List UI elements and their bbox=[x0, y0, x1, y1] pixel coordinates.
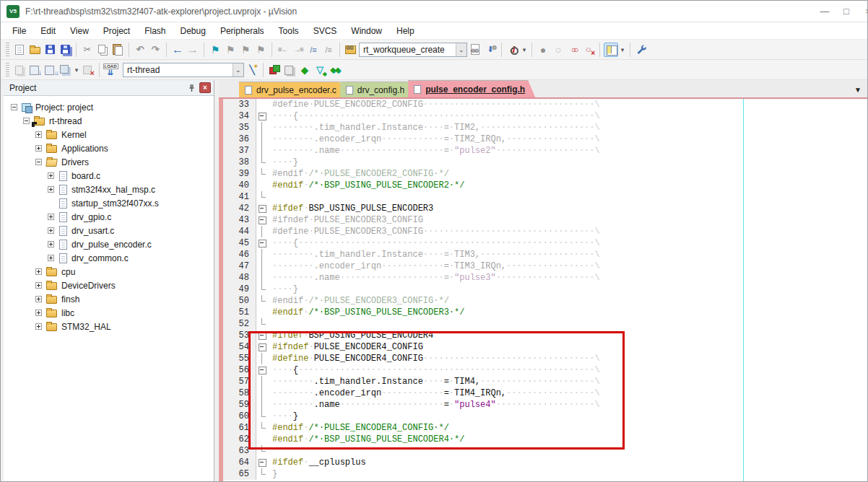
tab-pulse_encoder_config-h[interactable]: pulse_encoder_config.h bbox=[408, 80, 535, 97]
code-line[interactable]: ····} bbox=[269, 284, 867, 295]
fold-collapse-marker[interactable] bbox=[256, 330, 269, 341]
manage-rte-button[interactable] bbox=[328, 63, 342, 77]
project-windows-dropdown-arrow[interactable]: ▾ bbox=[619, 46, 626, 53]
code-line[interactable]: #define·PULSE_ENCODER4_CONFIG···········… bbox=[269, 353, 867, 364]
manage-books-button[interactable] bbox=[282, 63, 297, 77]
copy-button[interactable] bbox=[95, 43, 110, 57]
translate-file-button[interactable] bbox=[12, 63, 27, 77]
expand-icon[interactable] bbox=[35, 131, 42, 138]
disable-all-breakpoints-button[interactable] bbox=[566, 43, 581, 57]
toggle-bookmark-button[interactable] bbox=[208, 43, 222, 57]
find-in-files-button[interactable] bbox=[344, 43, 358, 57]
code-line[interactable]: #define·PULSE_ENCODER2_CONFIG···········… bbox=[269, 99, 867, 110]
code-line[interactable] bbox=[269, 318, 867, 330]
search-combobox[interactable]: ⌄ bbox=[359, 43, 467, 57]
code-line[interactable]: ····} bbox=[269, 157, 867, 168]
fold-collapse-marker[interactable] bbox=[256, 203, 269, 214]
code-line[interactable]: #define·PULSE_ENCODER3_CONFIG···········… bbox=[269, 226, 867, 237]
code-line[interactable]: ········.tim_handler.Instance····=·TIM2,… bbox=[269, 122, 867, 133]
expand-icon[interactable] bbox=[35, 310, 42, 316]
code-line[interactable]: ····{···································… bbox=[269, 110, 867, 122]
code-line[interactable]: ········.name····················=·"puls… bbox=[269, 272, 867, 284]
code-line[interactable]: #endif·/*·PULSE_ENCODER2_CONFIG·*/ bbox=[269, 168, 867, 180]
lookup-dropdown-arrow[interactable]: ▾ bbox=[521, 46, 528, 53]
code-line[interactable]: ····{···································… bbox=[269, 364, 867, 376]
tree-item-rt-thread[interactable]: rt-thread bbox=[4, 114, 214, 128]
next-bookmark-button[interactable] bbox=[238, 43, 253, 57]
fold-collapse-marker[interactable] bbox=[256, 457, 269, 468]
tab-list-dropdown-arrow[interactable]: ▼ bbox=[854, 86, 862, 94]
toolbar-gripper[interactable] bbox=[6, 63, 9, 77]
fold-collapse-marker[interactable] bbox=[256, 364, 269, 376]
select-software-packs-button[interactable] bbox=[298, 63, 312, 77]
expand-icon[interactable] bbox=[48, 255, 54, 261]
tree-item-kernel[interactable]: Kernel bbox=[4, 128, 214, 141]
pack-installer-button[interactable] bbox=[313, 63, 327, 77]
stop-build-button[interactable] bbox=[81, 63, 95, 77]
code-line[interactable]: #ifndef·PULSE_ENCODER4_CONFIG bbox=[269, 341, 867, 353]
expand-icon[interactable] bbox=[48, 172, 54, 179]
prev-bookmark-button[interactable] bbox=[223, 43, 238, 57]
enable-disable-breakpoint-button[interactable] bbox=[551, 43, 565, 57]
fold-collapse-marker[interactable] bbox=[256, 110, 269, 122]
paste-button[interactable] bbox=[110, 43, 125, 57]
code-line[interactable]: #endif·/*·BSP_USING_PULSE_ENCODER2·*/ bbox=[269, 180, 867, 191]
chevron-down-icon[interactable]: ⌄ bbox=[456, 43, 466, 56]
code-line[interactable]: } bbox=[269, 468, 867, 480]
cut-button[interactable] bbox=[80, 43, 95, 57]
clear-bookmarks-button[interactable] bbox=[253, 43, 268, 57]
expand-icon[interactable] bbox=[35, 282, 42, 289]
code-line[interactable]: ········.name····················=·"puls… bbox=[269, 145, 867, 157]
code-line[interactable]: ········.encoder_irqn············=·TIM3_… bbox=[269, 260, 867, 272]
code-line[interactable]: #ifndef·PULSE_ENCODER3_CONFIG bbox=[269, 214, 867, 226]
expand-icon[interactable] bbox=[35, 145, 42, 152]
save-button[interactable] bbox=[43, 43, 57, 57]
code-line[interactable]: ········.encoder_irqn············=·TIM2_… bbox=[269, 133, 867, 145]
menu-window[interactable]: Window bbox=[344, 24, 389, 38]
tree-item-board-c[interactable]: board.c bbox=[4, 169, 214, 183]
build-button[interactable] bbox=[27, 63, 42, 77]
collapse-icon[interactable] bbox=[35, 159, 42, 165]
code-line[interactable]: ····} bbox=[269, 411, 867, 422]
code-line[interactable] bbox=[269, 191, 867, 203]
target-select-input[interactable] bbox=[123, 65, 233, 75]
expand-icon[interactable] bbox=[48, 214, 54, 220]
menu-flash[interactable]: Flash bbox=[137, 24, 173, 38]
open-file-button[interactable] bbox=[27, 43, 42, 57]
kill-all-breakpoints-button[interactable] bbox=[581, 43, 596, 57]
redo-button[interactable] bbox=[148, 43, 162, 57]
fold-collapse-marker[interactable] bbox=[256, 237, 269, 249]
code-line[interactable]: #ifdef·BSP_USING_PULSE_ENCODER4 bbox=[269, 330, 867, 341]
menu-file[interactable]: File bbox=[5, 24, 33, 38]
menu-tools[interactable]: Tools bbox=[272, 24, 306, 38]
code-line[interactable]: ········.encoder_irqn············=·TIM4_… bbox=[269, 387, 867, 399]
code-line[interactable]: ········.name····················=·"puls… bbox=[269, 399, 867, 411]
expand-icon[interactable] bbox=[48, 227, 54, 234]
navigate-forward-button[interactable] bbox=[186, 43, 200, 57]
fold-collapse-marker[interactable] bbox=[256, 341, 269, 353]
menu-help[interactable]: Help bbox=[389, 24, 422, 38]
tree-item-finsh[interactable]: finsh bbox=[4, 292, 214, 306]
download-button[interactable] bbox=[103, 63, 118, 77]
collapse-icon[interactable] bbox=[23, 118, 30, 124]
fold-collapse-marker[interactable] bbox=[256, 214, 269, 226]
maximize-button[interactable]: □ bbox=[836, 3, 857, 20]
code-line[interactable]: #ifdef·__cplusplus bbox=[269, 457, 867, 468]
tree-item-drv-pulse-encoder-c[interactable]: drv_pulse_encoder.c bbox=[4, 237, 214, 251]
expand-icon[interactable] bbox=[35, 268, 42, 275]
batch-build-dropdown-arrow[interactable]: ▾ bbox=[73, 66, 80, 74]
tree-item-drv-usart-c[interactable]: drv_usart.c bbox=[4, 224, 214, 237]
tree-item-stm32f4xx-hal-msp-c[interactable]: stm32f4xx_hal_msp.c bbox=[4, 183, 214, 196]
code-line[interactable]: #endif·/*·BSP_USING_PULSE_ENCODER3·*/ bbox=[269, 307, 867, 318]
tree-item-project-project[interactable]: Project: project bbox=[4, 100, 214, 114]
toolbar-gripper[interactable] bbox=[6, 43, 9, 57]
rebuild-all-button[interactable] bbox=[43, 63, 57, 77]
menu-debug[interactable]: Debug bbox=[173, 24, 213, 38]
undo-button[interactable] bbox=[133, 43, 147, 57]
expand-icon[interactable] bbox=[48, 241, 54, 247]
menu-svcs[interactable]: SVCS bbox=[306, 24, 344, 38]
search-input[interactable] bbox=[360, 45, 456, 55]
expand-icon[interactable] bbox=[48, 186, 54, 193]
find-in-files-dialog-button[interactable] bbox=[468, 43, 482, 57]
tree-item-startup-stm32f407xx-s[interactable]: startup_stm32f407xx.s bbox=[4, 196, 214, 210]
